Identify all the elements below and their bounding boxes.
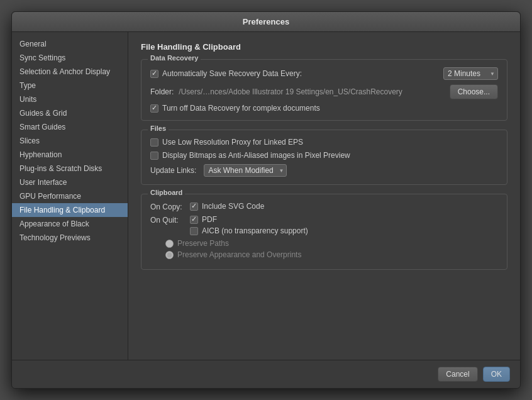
on-copy-row: On Copy: Include SVG Code: [150, 202, 498, 211]
low-res-text: Use Low Resolution Proxy for Linked EPS: [162, 138, 303, 147]
dialog-title: Preferences: [243, 17, 289, 26]
aicb-checkbox-label[interactable]: AICB (no transparency support): [190, 226, 308, 235]
sidebar-item-general[interactable]: General: [12, 37, 128, 51]
sidebar-item-selection-anchor[interactable]: Selection & Anchor Display: [12, 65, 128, 79]
data-recovery-group: Data Recovery Automatically Save Recover…: [141, 59, 507, 121]
preserve-paths-row: Preserve Paths: [165, 239, 498, 248]
low-res-checkbox[interactable]: [150, 138, 158, 147]
sidebar-item-hyphenation[interactable]: Hyphenation: [12, 148, 128, 162]
folder-row: Folder: /Users/…nces/Adobe Illustrator 1…: [150, 84, 498, 99]
aicb-text: AICB (no transparency support): [202, 226, 308, 235]
preserve-appearance-text: Preserve Appearance and Overprints: [177, 250, 301, 259]
display-bitmaps-label[interactable]: Display Bitmaps as Anti-Aliased images i…: [150, 151, 350, 160]
on-copy-label: On Copy:: [150, 202, 185, 211]
dialog-body: GeneralSync SettingsSelection & Anchor D…: [12, 32, 520, 360]
auto-save-checkbox[interactable]: [150, 70, 158, 78]
display-bitmaps-text: Display Bitmaps as Anti-Aliased images i…: [162, 151, 350, 160]
update-links-dropdown[interactable]: Automatically Ask When Modified Manually: [204, 164, 287, 177]
sidebar-item-type[interactable]: Type: [12, 79, 128, 92]
update-links-row: Update Links: Automatically Ask When Mod…: [150, 164, 498, 177]
low-res-row: Use Low Resolution Proxy for Linked EPS: [150, 138, 498, 147]
folder-path: /Users/…nces/Adobe Illustrator 19 Settin…: [179, 87, 444, 96]
section-header: File Handling & Clipboard: [141, 42, 507, 52]
folder-label: Folder:: [150, 87, 174, 96]
sidebar-item-slices[interactable]: Slices: [12, 134, 128, 148]
pdf-checkbox-label[interactable]: PDF: [190, 215, 308, 224]
sidebar-item-file-handling[interactable]: File Handling & Clipboard: [12, 203, 128, 217]
display-bitmaps-checkbox[interactable]: [150, 152, 158, 160]
sidebar-item-tech-previews[interactable]: Technology Previews: [12, 231, 128, 245]
update-links-dropdown-wrapper[interactable]: Automatically Ask When Modified Manually: [204, 164, 287, 177]
sidebar-item-guides-grid[interactable]: Guides & Grid: [12, 106, 128, 120]
choose-button[interactable]: Choose...: [450, 84, 498, 99]
auto-save-text: Automatically Save Recovery Data Every:: [162, 69, 302, 78]
turn-off-checkbox-label[interactable]: Turn off Data Recovery for complex docum…: [150, 104, 320, 113]
main-content: File Handling & Clipboard Data Recovery …: [128, 32, 520, 360]
on-quit-label: On Quit:: [150, 215, 185, 225]
sidebar-item-user-interface[interactable]: User Interface: [12, 175, 128, 189]
auto-save-row: Automatically Save Recovery Data Every: …: [150, 67, 498, 80]
data-recovery-label: Data Recovery: [148, 54, 201, 62]
sidebar-item-sync-settings[interactable]: Sync Settings: [12, 51, 128, 65]
sidebar-item-plugins[interactable]: Plug-ins & Scratch Disks: [12, 162, 128, 175]
dialog-footer: Cancel OK: [12, 360, 520, 388]
include-svg-label[interactable]: Include SVG Code: [190, 202, 264, 211]
preserve-appearance-radio[interactable]: [165, 251, 174, 259]
on-copy-options: Include SVG Code: [190, 202, 264, 211]
pdf-checkbox[interactable]: [190, 216, 198, 224]
include-svg-text: Include SVG Code: [202, 202, 264, 211]
display-bitmaps-row: Display Bitmaps as Anti-Aliased images i…: [150, 151, 498, 160]
clipboard-group: Clipboard On Copy: Include SVG Code On Q…: [141, 194, 507, 270]
clipboard-group-label: Clipboard: [148, 189, 185, 196]
on-quit-row: On Quit: PDF AICB (no transparency suppo…: [150, 215, 498, 235]
preserve-paths-radio[interactable]: [165, 240, 174, 248]
sidebar: GeneralSync SettingsSelection & Anchor D…: [12, 32, 128, 360]
pdf-text: PDF: [202, 215, 217, 224]
on-quit-options: PDF AICB (no transparency support): [190, 215, 308, 235]
preserve-appearance-row: Preserve Appearance and Overprints: [165, 250, 498, 259]
title-bar: Preferences: [12, 12, 520, 32]
interval-dropdown-wrapper[interactable]: 1 Minute 2 Minutes 5 Minutes 10 Minutes …: [443, 67, 498, 80]
interval-dropdown[interactable]: 1 Minute 2 Minutes 5 Minutes 10 Minutes …: [443, 67, 498, 80]
auto-save-checkbox-label[interactable]: Automatically Save Recovery Data Every:: [150, 69, 302, 78]
turn-off-text: Turn off Data Recovery for complex docum…: [162, 104, 320, 113]
sidebar-item-appearance-black[interactable]: Appearance of Black: [12, 217, 128, 231]
preferences-dialog: Preferences GeneralSync SettingsSelectio…: [11, 11, 521, 389]
files-group-label: Files: [148, 125, 169, 132]
sidebar-item-smart-guides[interactable]: Smart Guides: [12, 120, 128, 134]
low-res-checkbox-label[interactable]: Use Low Resolution Proxy for Linked EPS: [150, 138, 303, 147]
aicb-checkbox[interactable]: [190, 227, 198, 235]
ok-button[interactable]: OK: [483, 367, 510, 382]
sidebar-item-units[interactable]: Units: [12, 92, 128, 106]
update-links-label: Update Links:: [150, 166, 196, 175]
cancel-button[interactable]: Cancel: [438, 367, 477, 382]
include-svg-checkbox[interactable]: [190, 203, 198, 211]
files-group: Files Use Low Resolution Proxy for Linke…: [141, 130, 507, 185]
preserve-paths-text: Preserve Paths: [177, 239, 229, 248]
sidebar-item-gpu-performance[interactable]: GPU Performance: [12, 189, 128, 203]
turn-off-checkbox[interactable]: [150, 104, 158, 113]
turn-off-row: Turn off Data Recovery for complex docum…: [150, 104, 498, 113]
